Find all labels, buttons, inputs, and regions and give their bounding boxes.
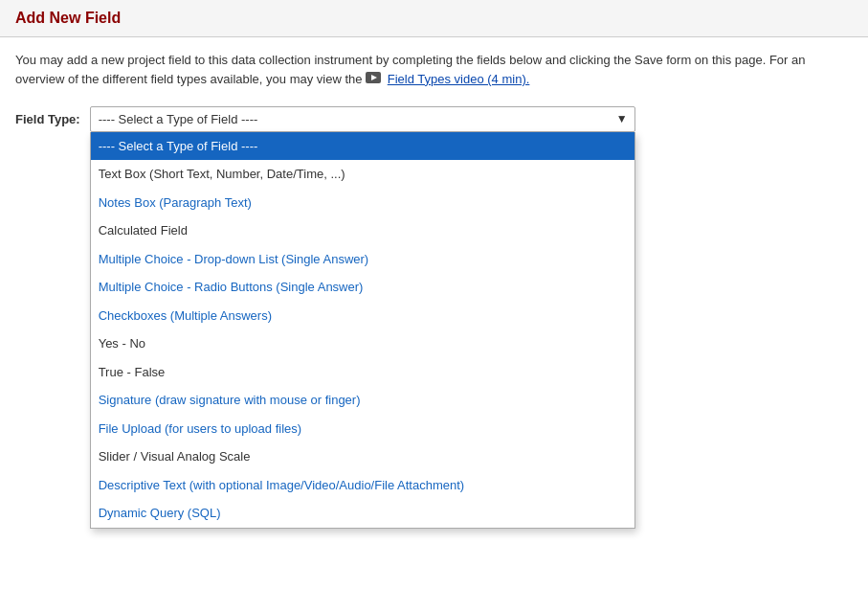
- video-link[interactable]: Field Types video (4 min).: [388, 72, 530, 86]
- dropdown-item-file-upload[interactable]: File Upload (for users to upload files): [91, 415, 634, 443]
- dropdown-item-multiple-choice-dropdown[interactable]: Multiple Choice - Drop-down List (Single…: [91, 245, 634, 274]
- dropdown-item-dynamic-query[interactable]: Dynamic Query (SQL): [91, 499, 634, 528]
- video-icon: [366, 70, 381, 89]
- dropdown-item-yes-no[interactable]: Yes - No: [91, 329, 634, 358]
- dropdown-item-signature[interactable]: Signature (draw signature with mouse or …: [91, 386, 634, 415]
- select-wrapper: ---- Select a Type of Field ---- ▼ ---- …: [90, 106, 635, 132]
- dropdown-item-select-placeholder[interactable]: ---- Select a Type of Field ----: [91, 132, 634, 161]
- dropdown-item-multiple-choice-radio[interactable]: Multiple Choice - Radio Buttons (Single …: [91, 273, 634, 302]
- dropdown-item-notes-box[interactable]: Notes Box (Paragraph Text): [91, 189, 634, 217]
- dropdown-item-text-box[interactable]: Text Box (Short Text, Number, Date/Time,…: [91, 160, 634, 189]
- page-wrapper: Add New Field You may add a new project …: [0, 0, 868, 589]
- dropdown-item-slider[interactable]: Slider / Visual Analog Scale: [91, 442, 634, 471]
- field-type-label: Field Type:: [15, 106, 80, 126]
- dropdown-item-calculated-field[interactable]: Calculated Field: [91, 216, 634, 245]
- field-type-row: Field Type: ---- Select a Type of Field …: [15, 106, 853, 132]
- dropdown-item-descriptive-text[interactable]: Descriptive Text (with optional Image/Vi…: [91, 471, 634, 500]
- dropdown-item-true-false[interactable]: True - False: [91, 358, 634, 387]
- field-type-select[interactable]: ---- Select a Type of Field ----: [90, 106, 635, 132]
- content-area: You may add a new project field to this …: [0, 37, 868, 146]
- description-text: You may add a new project field to this …: [15, 51, 853, 89]
- header-bar: Add New Field: [0, 0, 868, 37]
- dropdown-item-checkboxes[interactable]: Checkboxes (Multiple Answers): [91, 302, 634, 330]
- dropdown-menu: ---- Select a Type of Field ----Text Box…: [90, 132, 635, 529]
- page-title: Add New Field: [15, 10, 853, 27]
